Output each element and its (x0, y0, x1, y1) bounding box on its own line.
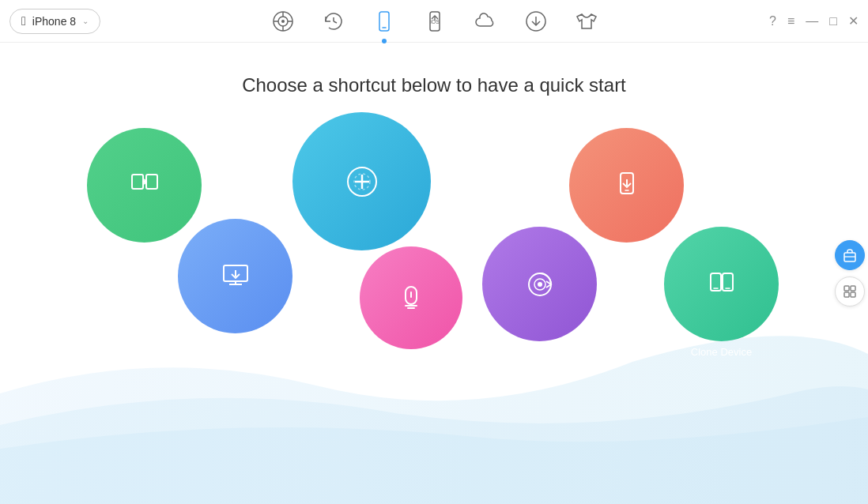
content-to-pc-icon (218, 259, 253, 294)
fast-drive-button[interactable]: Fast Drive (360, 246, 462, 366)
cloud-icon[interactable] (471, 7, 500, 36)
svg-point-2 (281, 20, 285, 23)
help-button[interactable]: ? (769, 14, 776, 28)
sidebar-tools-button[interactable] (835, 240, 865, 270)
svg-rect-46 (851, 292, 855, 297)
device-label: iPhone 8 (32, 15, 76, 28)
history-icon[interactable] (319, 7, 348, 36)
content-to-itunes-button[interactable]: Content to iTunes (482, 227, 597, 358)
add-content-icon (341, 160, 383, 203)
apple-icon:  (21, 14, 26, 28)
grid-icon (842, 284, 858, 299)
content-to-itunes-icon (523, 267, 557, 302)
circles-container: Merge Device Add Content (0, 104, 868, 397)
minimize-button[interactable]: — (806, 14, 818, 28)
content-to-pc-button[interactable]: Content to Pc (178, 219, 292, 350)
window-controls: ? ≡ — □ ✕ (769, 13, 859, 28)
phone-icon[interactable] (370, 7, 398, 36)
svg-line-8 (334, 21, 337, 23)
content-to-pc-label: Content to Pc (204, 338, 266, 350)
svg-rect-44 (851, 286, 855, 291)
svg-rect-45 (844, 292, 849, 297)
toolbar: iOS (269, 7, 601, 36)
content-to-itunes-label: Content to iTunes (499, 346, 579, 358)
fast-drive-icon (395, 282, 427, 314)
main-content: Choose a shortcut below to have a quick … (0, 43, 868, 504)
close-button[interactable]: ✕ (848, 13, 859, 28)
device-selector[interactable]:  iPhone 8 ⌄ (9, 9, 100, 34)
clone-device-label: Clone Device (691, 346, 752, 358)
content-to-device-label: Content to Device (586, 247, 667, 259)
briefcase-icon (842, 247, 858, 263)
add-content-button[interactable]: Add Content (292, 112, 431, 267)
sidebar-right (835, 240, 868, 307)
sidebar-grid-button[interactable] (835, 276, 865, 307)
merge-device-label: Merge Device (112, 247, 175, 259)
titlebar:  iPhone 8 ⌄ (0, 0, 868, 43)
download-icon[interactable] (522, 7, 550, 36)
clone-device-button[interactable]: Clone Device (664, 227, 779, 358)
music-icon[interactable] (269, 7, 297, 36)
svg-point-36 (538, 282, 542, 287)
tshirt-icon[interactable] (572, 7, 601, 36)
svg-rect-43 (844, 286, 849, 291)
chevron-down-icon: ⌄ (82, 17, 89, 25)
content-to-device-icon (609, 168, 644, 203)
svg-rect-17 (146, 175, 157, 189)
restore-button[interactable]: □ (829, 14, 837, 28)
menu-button[interactable]: ≡ (787, 14, 794, 28)
merge-icon (127, 168, 162, 203)
svg-rect-16 (132, 175, 143, 189)
fast-drive-label: Fast Drive (387, 354, 434, 366)
ios-update-icon[interactable]: iOS (421, 7, 449, 36)
clone-device-icon (704, 267, 739, 302)
page-title: Choose a shortcut below to have a quick … (0, 74, 868, 96)
